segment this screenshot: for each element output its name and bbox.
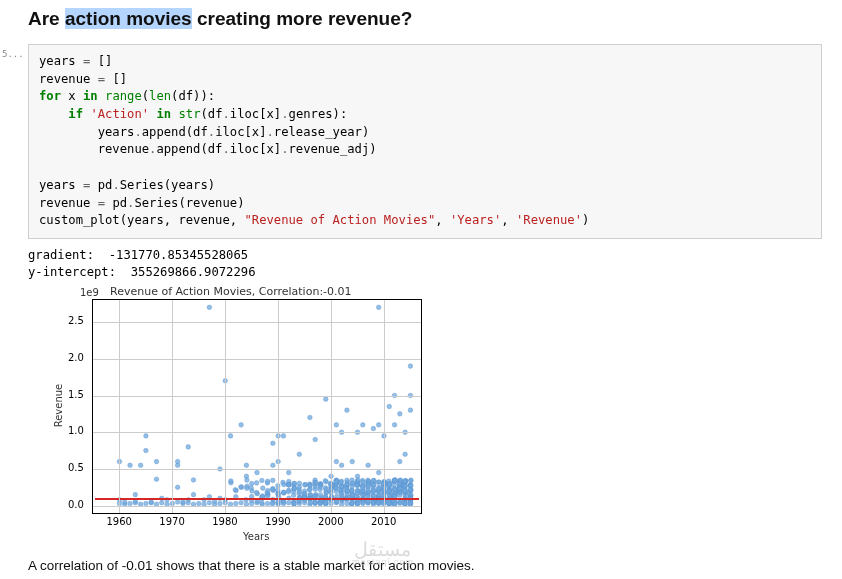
x-axis-label: Years — [243, 531, 269, 542]
svg-point-300 — [345, 488, 350, 493]
svg-point-533 — [398, 486, 403, 491]
svg-point-429 — [377, 480, 382, 485]
svg-point-149 — [292, 486, 297, 491]
svg-point-458 — [387, 404, 392, 409]
svg-point-62 — [239, 485, 244, 490]
svg-point-217 — [323, 397, 328, 402]
plot-box — [92, 299, 422, 514]
svg-point-388 — [371, 426, 376, 431]
svg-point-231 — [324, 487, 329, 492]
svg-point-266 — [334, 480, 339, 485]
y-tick: 0.0 — [68, 499, 84, 510]
svg-point-207 — [318, 493, 323, 498]
svg-point-4 — [122, 500, 127, 505]
svg-point-229 — [324, 500, 329, 505]
svg-point-69 — [245, 486, 250, 491]
svg-point-65 — [244, 463, 249, 468]
gradient-value: -131770.85345528065 — [109, 248, 248, 262]
svg-point-287 — [345, 408, 350, 413]
svg-point-215 — [318, 485, 323, 490]
x-tick: 1990 — [265, 516, 290, 527]
svg-point-186 — [308, 487, 313, 492]
svg-point-361 — [361, 480, 366, 485]
svg-point-319 — [350, 500, 355, 505]
svg-point-483 — [392, 423, 397, 428]
gradient-label: gradient: — [28, 248, 109, 262]
svg-point-346 — [361, 423, 366, 428]
svg-point-408 — [371, 500, 376, 505]
y-axis-label: Revenue — [53, 384, 64, 428]
svg-point-478 — [387, 482, 392, 487]
svg-point-157 — [297, 481, 302, 486]
svg-point-411 — [376, 423, 381, 428]
svg-point-198 — [313, 500, 318, 505]
svg-point-360 — [360, 485, 365, 490]
svg-point-52 — [228, 434, 233, 439]
svg-point-166 — [303, 483, 308, 488]
svg-point-16 — [149, 500, 154, 505]
svg-point-576 — [408, 478, 413, 483]
svg-point-161 — [297, 489, 302, 494]
code-cell[interactable]: years = [] revenue = [] for x in range(l… — [28, 44, 822, 239]
svg-point-151 — [297, 452, 302, 457]
svg-point-249 — [334, 423, 339, 428]
svg-point-147 — [292, 481, 297, 486]
svg-point-269 — [339, 463, 344, 468]
svg-point-561 — [403, 483, 408, 488]
svg-point-230 — [323, 479, 328, 484]
svg-point-589 — [409, 483, 414, 488]
svg-point-30 — [181, 500, 186, 505]
svg-point-510 — [398, 459, 403, 464]
svg-point-534 — [397, 482, 402, 487]
svg-point-125 — [282, 500, 287, 505]
svg-point-137 — [286, 483, 291, 488]
svg-point-343 — [356, 478, 361, 483]
x-tick: 1980 — [212, 516, 237, 527]
svg-point-385 — [366, 484, 371, 489]
watermark-lat: mostaql.com — [352, 557, 414, 567]
svg-point-119 — [281, 434, 286, 439]
svg-point-33 — [186, 445, 191, 450]
svg-point-136 — [286, 490, 291, 495]
svg-point-560 — [402, 488, 407, 493]
svg-point-126 — [281, 490, 286, 495]
heading-pre: Are — [28, 8, 65, 29]
svg-point-58 — [233, 487, 238, 492]
svg-point-13 — [144, 448, 149, 453]
x-tick: 2010 — [371, 516, 396, 527]
svg-point-430 — [377, 487, 382, 492]
svg-point-128 — [286, 500, 291, 505]
fit-line — [95, 498, 419, 500]
x-tick: 2000 — [318, 516, 343, 527]
x-tick: 1970 — [159, 516, 184, 527]
svg-point-35 — [191, 492, 196, 497]
output-text: gradient: -131770.85345528065 y-intercep… — [28, 247, 822, 281]
svg-point-104 — [271, 487, 276, 492]
svg-point-89 — [259, 500, 264, 505]
svg-point-27 — [175, 485, 180, 490]
svg-point-553 — [403, 479, 408, 484]
svg-point-42 — [207, 305, 212, 310]
svg-point-75 — [250, 489, 255, 494]
chart-title: Revenue of Action Movies, Correlation:-0… — [110, 285, 352, 298]
svg-point-323 — [350, 493, 355, 498]
svg-point-407 — [371, 488, 376, 493]
yintercept-label: y-intercept: — [28, 265, 131, 279]
svg-point-97 — [266, 488, 271, 493]
heading-post: creating more revenue? — [192, 8, 413, 29]
svg-point-400 — [372, 478, 377, 483]
svg-point-81 — [254, 481, 259, 486]
svg-point-503 — [392, 483, 397, 488]
svg-point-250 — [334, 459, 339, 464]
y-tick: 2.0 — [68, 352, 84, 363]
heading-highlight: action movies — [65, 8, 192, 29]
svg-point-26 — [175, 459, 180, 464]
svg-point-95 — [265, 479, 270, 484]
svg-point-40 — [207, 500, 212, 505]
svg-point-9 — [133, 492, 138, 497]
svg-point-189 — [313, 437, 318, 442]
svg-point-127 — [282, 482, 287, 487]
y-tick: 1.5 — [68, 389, 84, 400]
svg-point-366 — [366, 463, 371, 468]
svg-point-54 — [229, 479, 234, 484]
